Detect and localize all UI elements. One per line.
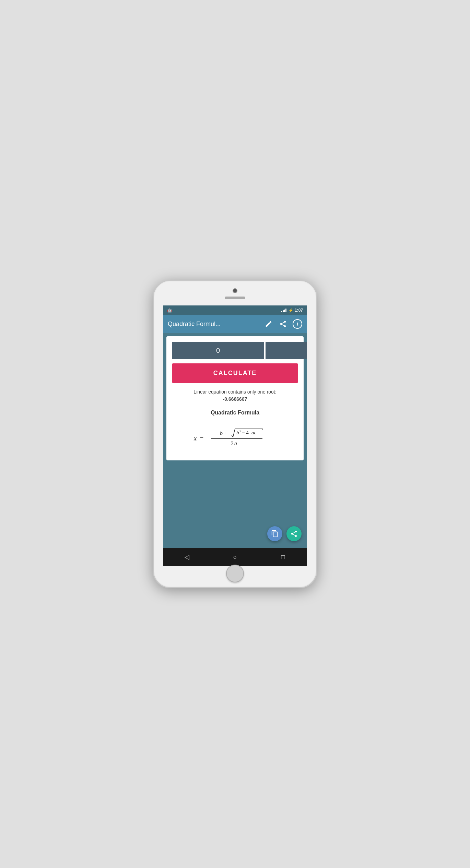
svg-text:ac: ac <box>251 430 257 435</box>
app-title: Quadratic Formul... <box>168 321 264 328</box>
svg-text:− 4: − 4 <box>242 430 249 435</box>
battery-icon: ⚡ <box>289 308 293 313</box>
svg-text:b: b <box>236 430 239 435</box>
copy-icon <box>271 530 279 538</box>
phone-device: 🤖 ⚡ 1:07 Quadratic Formul... <box>153 280 317 588</box>
formula-svg: x = − b ± b 2 − <box>190 424 280 451</box>
input-a[interactable] <box>172 342 264 359</box>
svg-text:2: 2 <box>239 429 242 433</box>
copy-fab-button[interactable] <box>267 526 282 541</box>
home-button[interactable]: ○ <box>228 550 242 564</box>
svg-text:b: b <box>220 430 223 436</box>
status-time: 1:07 <box>295 308 303 313</box>
background-area <box>163 464 307 548</box>
formula-display: x = − b ± b 2 − <box>172 421 298 455</box>
formula-title: Quadratic Formula <box>172 410 298 416</box>
phone-camera <box>233 288 237 293</box>
phone-speaker <box>225 297 245 299</box>
svg-text:2: 2 <box>231 441 234 446</box>
svg-text:±: ± <box>224 430 227 436</box>
svg-text:x: x <box>193 435 197 442</box>
content-card: CALCULATE Linear equation contains only … <box>166 336 304 460</box>
edit-button[interactable] <box>264 319 273 329</box>
fab-container <box>267 526 302 541</box>
input-b[interactable] <box>266 342 307 359</box>
svg-text:−: − <box>215 430 218 436</box>
status-bar-left: 🤖 <box>167 308 172 313</box>
result-section: Linear equation contains only one root: … <box>172 388 298 403</box>
calculate-button[interactable]: CALCULATE <box>172 363 298 383</box>
share-fab-icon <box>290 530 298 538</box>
share-fab-button[interactable] <box>286 526 302 541</box>
status-bar-right: ⚡ 1:07 <box>281 308 303 313</box>
result-line1: Linear equation contains only one root: <box>172 388 298 396</box>
back-button[interactable]: ◁ <box>180 550 194 564</box>
info-icon: i <box>293 319 302 329</box>
input-row <box>172 342 298 359</box>
nav-bar: ◁ ○ □ <box>163 548 307 566</box>
recent-button[interactable]: □ <box>276 550 290 564</box>
svg-text:=: = <box>200 435 203 442</box>
share-button[interactable] <box>278 319 288 329</box>
signal-icon <box>281 308 286 312</box>
result-value: -0.6666667 <box>172 396 298 403</box>
app-bar-icons: i <box>264 319 302 329</box>
phone-screen: 🤖 ⚡ 1:07 Quadratic Formul... <box>163 305 307 566</box>
status-bar: 🤖 ⚡ 1:07 <box>163 305 307 315</box>
phone-home-hardware-button[interactable] <box>226 565 244 582</box>
svg-text:a: a <box>234 441 237 446</box>
info-button[interactable]: i <box>293 319 302 329</box>
app-bar: Quadratic Formul... i <box>163 315 307 333</box>
